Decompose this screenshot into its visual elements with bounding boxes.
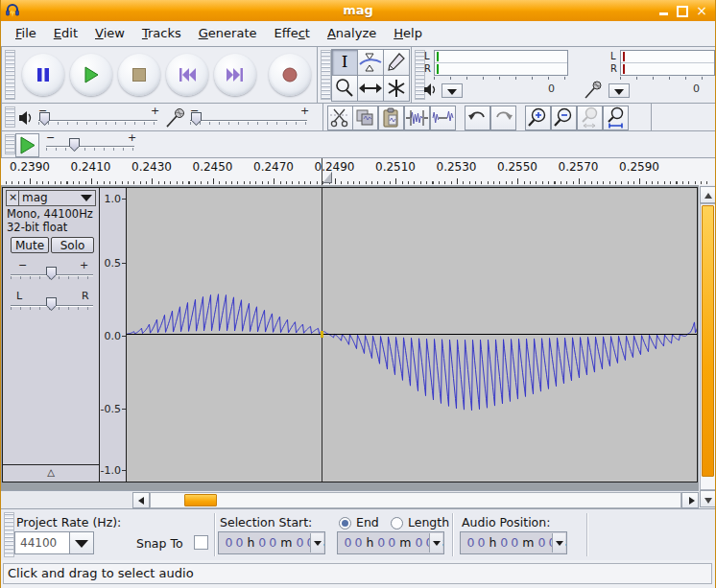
menu-view[interactable]: View <box>86 21 133 46</box>
play-button[interactable] <box>70 54 112 96</box>
transport-toolbar-grip[interactable] <box>5 50 15 100</box>
snap-to-checkbox[interactable] <box>194 535 208 550</box>
redo-button[interactable] <box>490 106 516 130</box>
project-rate-combobox[interactable]: 44100 <box>14 531 70 554</box>
scroll-right-button[interactable] <box>681 492 699 508</box>
fit-selection-button[interactable] <box>577 106 603 130</box>
undo-button[interactable] <box>465 106 490 130</box>
play-meter-zero-label: 0 <box>548 82 555 95</box>
zoom-in-button[interactable] <box>525 106 551 130</box>
vertical-ruler[interactable]: 1.00.50.0-0.5-1.0 <box>100 188 127 482</box>
time-digit[interactable]: 0 <box>226 535 233 550</box>
vertical-scroll-track[interactable] <box>700 203 716 490</box>
time-unit: h <box>247 535 254 550</box>
track-title: mag <box>22 191 48 205</box>
play-meter[interactable] <box>434 50 568 76</box>
menu-effect[interactable]: Effect <box>265 21 318 46</box>
time-digit[interactable]: 0 <box>537 535 545 550</box>
selection-end-field[interactable]: 00h00m00s <box>337 531 444 554</box>
multi-tool-button[interactable] <box>383 75 410 102</box>
time-digit[interactable]: 0 <box>511 535 518 550</box>
maximize-button[interactable] <box>673 0 692 21</box>
arrow-up-icon <box>704 193 712 199</box>
time-digit[interactable]: 0 <box>467 535 475 550</box>
zoom-tool-button[interactable] <box>331 75 358 102</box>
time-digit[interactable]: 0 <box>388 535 395 550</box>
transcription-toolbar-grip[interactable] <box>5 134 15 154</box>
play-at-speed-button[interactable] <box>15 133 39 157</box>
menu-help[interactable]: Help <box>385 21 431 46</box>
input-volume-slider[interactable] <box>190 120 307 121</box>
timeline-ruler[interactable]: 0.23900.24100.24300.24500.24700.24900.25… <box>1 158 715 187</box>
fit-project-button[interactable] <box>603 106 629 130</box>
mute-button[interactable]: Mute <box>11 237 49 253</box>
vertical-scroll-thumb[interactable] <box>702 205 714 477</box>
gain-minus-label: − <box>18 259 27 271</box>
audio-position-field[interactable]: 00h00m00s <box>460 531 567 554</box>
tools-toolbar-grip[interactable] <box>321 50 331 100</box>
time-unit: h <box>366 535 373 550</box>
time-digit[interactable]: 0 <box>269 535 276 550</box>
solo-button[interactable]: Solo <box>51 237 94 253</box>
draw-tool-button[interactable] <box>383 49 410 76</box>
selection-tool-button[interactable]: I <box>331 49 358 76</box>
record-button[interactable] <box>269 54 311 96</box>
scroll-up-button[interactable] <box>700 186 716 203</box>
horizontal-scroll-track[interactable] <box>150 492 681 508</box>
play-meter-dropdown[interactable] <box>442 83 463 98</box>
output-volume-slider[interactable] <box>38 120 157 121</box>
end-radio[interactable] <box>339 517 351 529</box>
menu-analyze[interactable]: Analyze <box>319 21 385 46</box>
waveform-canvas[interactable] <box>127 188 697 482</box>
time-digit[interactable]: 0 <box>415 535 422 550</box>
time-digit[interactable]: 0 <box>345 535 352 550</box>
close-button[interactable]: × <box>692 0 711 21</box>
time-digit[interactable]: 0 <box>354 535 362 550</box>
horizontal-scroll-thumb[interactable] <box>184 494 217 506</box>
playback-speed-slider[interactable] <box>46 146 134 147</box>
menu-tracks[interactable]: Tracks <box>133 21 190 46</box>
window-title: mag <box>1 3 715 17</box>
stop-button[interactable] <box>118 54 160 96</box>
skip-to-start-button[interactable] <box>166 54 208 96</box>
length-radio[interactable] <box>391 517 403 529</box>
record-meter[interactable] <box>620 50 715 76</box>
track-title-menu[interactable]: mag <box>18 190 96 206</box>
timefield-dropdown-icon[interactable] <box>310 533 323 553</box>
paste-button[interactable] <box>378 106 404 130</box>
trim-button[interactable] <box>404 106 430 130</box>
project-rate-label: Project Rate (Hz): <box>16 515 121 529</box>
mixer-toolbar-grip[interactable] <box>5 106 15 128</box>
project-rate-dropdown-button[interactable] <box>69 531 94 554</box>
envelope-tool-button[interactable] <box>357 49 384 76</box>
track-collapse-button[interactable]: △ <box>3 464 99 482</box>
selection-toolbar-grip[interactable] <box>4 512 14 557</box>
minimize-button[interactable] <box>654 0 673 21</box>
scroll-left-button[interactable] <box>132 492 150 508</box>
scroll-down-button[interactable] <box>700 490 716 507</box>
cut-button[interactable] <box>327 106 353 130</box>
selection-start-field[interactable]: 00h00m00s <box>218 531 325 554</box>
time-digit[interactable]: 0 <box>235 535 243 550</box>
timefield-dropdown-icon[interactable] <box>429 533 442 553</box>
time-digit[interactable]: 0 <box>377 535 385 550</box>
menu-generate[interactable]: Generate <box>190 21 266 46</box>
speaker-icon <box>423 82 438 97</box>
menu-edit[interactable]: Edit <box>45 21 86 46</box>
silence-button[interactable] <box>430 106 456 130</box>
skip-to-end-button[interactable] <box>214 54 256 96</box>
pause-button[interactable] <box>22 54 64 96</box>
time-digit[interactable]: 0 <box>258 535 266 550</box>
copy-button[interactable] <box>352 106 378 130</box>
time-shift-tool-button[interactable] <box>357 75 384 102</box>
time-digit[interactable]: 0 <box>477 535 485 550</box>
time-digit[interactable]: 0 <box>296 535 303 550</box>
timefield-dropdown-icon[interactable] <box>552 533 565 553</box>
time-digit[interactable]: 0 <box>500 535 508 550</box>
menu-file[interactable]: File <box>7 21 45 46</box>
time-unit: h <box>489 535 496 550</box>
title-bar[interactable]: mag × <box>1 0 715 22</box>
record-meter-dropdown[interactable] <box>609 83 630 98</box>
zoom-out-button[interactable] <box>551 106 577 130</box>
ruler-major-tick <box>335 178 336 184</box>
